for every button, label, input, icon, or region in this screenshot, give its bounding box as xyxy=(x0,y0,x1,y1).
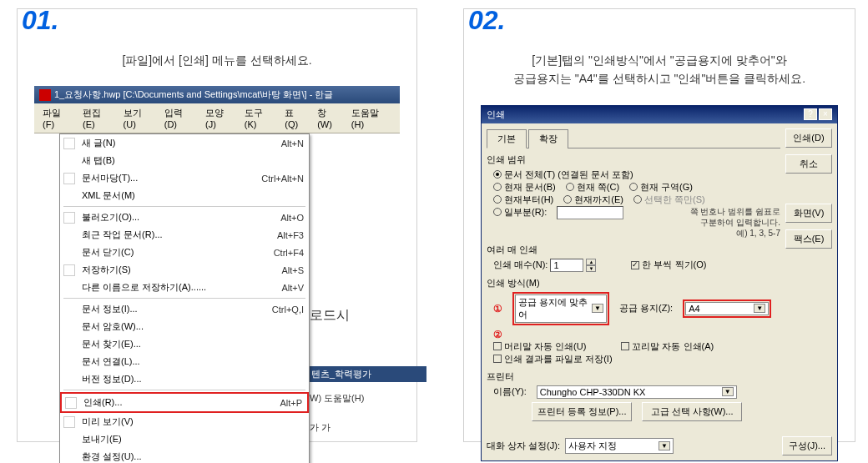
printer-group: 프린터 이름(Y): Chungho CHP-330DN KX▼ 프린터 등록 … xyxy=(487,370,780,421)
menu-input[interactable]: 입력(D) xyxy=(159,105,200,131)
printer-name-select[interactable]: Chungho CHP-330DN KX▼ xyxy=(537,385,737,399)
menu-help[interactable]: 도움말(H) xyxy=(346,105,396,131)
copies-field: 인쇄 매수(N): ▲▼ xyxy=(493,259,596,272)
printer-adv-button[interactable]: 고급 선택 사항(W)... xyxy=(642,402,742,421)
fit-paper-select[interactable]: 공급 용지에 맞추어▼ xyxy=(515,294,607,323)
hwp-app-icon xyxy=(39,89,51,101)
hwp-menubar[interactable]: 파일(F) 편집(E) 보기(U) 입력(D) 모양(J) 도구(K) 표(Q)… xyxy=(34,103,400,133)
config-button[interactable]: 구성(J)... xyxy=(782,436,832,455)
menu-view[interactable]: 보기(U) xyxy=(119,105,159,131)
menu-new-tab[interactable]: 새 탭(B) xyxy=(60,152,309,169)
menu-window[interactable]: 창(W) xyxy=(312,105,346,131)
spin-up-icon[interactable]: ▲ xyxy=(586,259,596,265)
copies-title: 여러 매 인쇄 xyxy=(487,244,780,256)
copies-input[interactable] xyxy=(550,259,583,272)
print-button[interactable]: 인쇄(D) xyxy=(785,128,832,148)
menu-print[interactable]: 인쇄(R)...Alt+P xyxy=(60,392,309,413)
radio-icon xyxy=(493,183,502,191)
bg-text-4: 가 가 xyxy=(310,421,426,434)
menu-save[interactable]: 저장하기(S)Alt+S xyxy=(60,261,309,279)
save-icon xyxy=(63,264,75,276)
menu-save-as[interactable]: 다른 이름으로 저장하기(A)......Alt+V xyxy=(60,279,309,296)
menu-close[interactable]: 문서 닫기(C)Ctrl+F4 xyxy=(60,244,309,261)
menu-doc-crypt[interactable]: 문서 암호(W)... xyxy=(60,318,309,335)
menu-xml[interactable]: XML 문서(M) xyxy=(60,187,309,204)
dialog-titlebar: 인쇄 ? × xyxy=(482,106,837,123)
radio-icon xyxy=(493,195,502,204)
print-dialog: 인쇄 ? × 기본 확장 인쇄 범위 문서 전체(T) (연결된 문서 포함) xyxy=(481,105,838,461)
dialog-title-text: 인쇄 xyxy=(487,108,505,121)
close-button[interactable]: × xyxy=(819,108,832,120)
check-to-file[interactable]: 인쇄 결과를 파일로 저장(I) xyxy=(493,353,613,365)
menu-env[interactable]: 환경 설정(U)... xyxy=(60,448,309,463)
radio-icon xyxy=(563,195,572,204)
printer-reg-button[interactable]: 프린터 등록 정보(P)... xyxy=(532,402,632,421)
menu-file[interactable]: 파일(F) xyxy=(38,105,78,131)
step-02-number: 02. xyxy=(468,5,505,36)
menu-new-doc[interactable]: 새 글(N)Alt+N xyxy=(60,134,309,152)
radio-cur-sec[interactable]: 현재 쪽(C) xyxy=(566,181,619,194)
radio-cur-doc[interactable]: 현재 문서(B) xyxy=(493,181,556,194)
menu-doc-wizard[interactable]: 문서마당(T)...Ctrl+Alt+N xyxy=(60,169,309,187)
tab-basic[interactable]: 기본 xyxy=(487,129,527,148)
menu-doc-find[interactable]: 문서 찾기(E)... xyxy=(60,335,309,353)
chevron-down-icon: ▼ xyxy=(754,304,765,313)
menu-open[interactable]: 불러오기(O)...Alt+O xyxy=(60,209,309,226)
tab-ext[interactable]: 확장 xyxy=(528,129,568,148)
menu-sep xyxy=(63,298,305,299)
menu-preview[interactable]: 미리 보기(V) xyxy=(60,413,309,430)
checkbox-icon xyxy=(621,342,629,350)
copies-group: 여러 매 인쇄 인쇄 매수(N): ▲▼ 한 부씩 찍기(O) xyxy=(487,244,780,272)
check-ftr-auto[interactable]: 꼬리말 자동 인쇄(A) xyxy=(621,340,714,353)
radio-cur-area[interactable]: 현재 구역(G) xyxy=(629,181,693,194)
fax-button[interactable]: 팩스(E) xyxy=(785,229,832,249)
step-01-panel: 01. [파일]에서 [인쇄] 메뉴를 선택하세요. 1_요청사항.hwp [C… xyxy=(17,8,417,442)
partial-range-input[interactable] xyxy=(557,206,623,219)
step-01-instruction: [파일]에서 [인쇄] 메뉴를 선택하세요. xyxy=(34,51,400,69)
copies-label: 인쇄 매수(N): xyxy=(493,259,548,271)
tabstrip: 기본 확장 xyxy=(487,128,780,148)
check-collate[interactable]: 한 부씩 찍기(O) xyxy=(631,259,706,272)
checkbox-icon xyxy=(493,342,502,350)
menu-table[interactable]: 표(Q) xyxy=(280,105,312,131)
help-button[interactable]: ? xyxy=(804,108,817,120)
bg-text-3: W) 도움말(H) xyxy=(310,392,426,405)
menu-sep xyxy=(63,390,305,390)
dialog-set-select[interactable]: 사용자 지정▼ xyxy=(565,438,674,454)
menu-doc-info[interactable]: 문서 정보(I)...Ctrl+Q,I xyxy=(60,300,309,318)
radio-icon xyxy=(493,208,502,216)
radio-cur-to[interactable]: 현재까지(E) xyxy=(563,194,623,206)
spin-down-icon[interactable]: ▼ xyxy=(586,265,596,272)
menu-edit[interactable]: 편집(E) xyxy=(78,105,119,131)
print-method-group: 인쇄 방식(M) ① 공급 용지에 맞추어▼ 공급 용지(Z): A4▼ ② xyxy=(487,277,780,365)
menu-shape[interactable]: 모양(J) xyxy=(200,105,240,131)
step-01-number: 01. xyxy=(22,5,58,36)
background-fragments: 로드시 텐츠_학력평가 W) 도움말(H) 가 가 xyxy=(310,232,426,444)
hwp-title-text: 1_요청사항.hwp [C:\Documents and Settings\mc… xyxy=(54,88,333,101)
radio-icon xyxy=(566,183,574,191)
menu-tool[interactable]: 도구(K) xyxy=(240,105,280,131)
paper-select[interactable]: A4▼ xyxy=(685,302,769,315)
cancel-button[interactable]: 취소 xyxy=(785,154,832,174)
menu-doc-link[interactable]: 문서 연결(L)... xyxy=(60,353,309,370)
method-title: 인쇄 방식(M) xyxy=(487,277,780,289)
hwp-window: 1_요청사항.hwp [C:\Documents and Settings\mc… xyxy=(34,86,400,463)
check-hdr-auto[interactable]: 머리말 자동 인쇄(U) xyxy=(493,340,586,353)
screen-button[interactable]: 화면(V) xyxy=(785,204,832,223)
range-title: 인쇄 범위 xyxy=(487,153,780,166)
menu-ver-info[interactable]: 버전 정보(D)... xyxy=(60,370,309,388)
fit-paper-highlight: 공급 용지에 맞추어▼ xyxy=(512,292,609,325)
preview-icon xyxy=(63,416,75,428)
menu-recent[interactable]: 최근 작업 문서(R)...Alt+F3 xyxy=(60,226,309,244)
checkbox-icon xyxy=(493,355,502,363)
radio-all[interactable]: 문서 전체(T) (연결된 문서 포함) xyxy=(493,169,633,181)
copies-spinner[interactable]: ▲▼ xyxy=(586,259,596,272)
radio-cur-from[interactable]: 현재부터(H) xyxy=(493,194,553,206)
printer-title: 프린터 xyxy=(487,370,780,383)
dialog-footer: 대화 상자 설정(J): 사용자 지정▼ 구성(J)... xyxy=(482,431,837,460)
menu-send[interactable]: 보내기(E) xyxy=(60,430,309,448)
open-icon xyxy=(63,212,75,224)
radio-partial[interactable]: 일부분(R): xyxy=(493,206,547,219)
hwp-titlebar: 1_요청사항.hwp [C:\Documents and Settings\mc… xyxy=(34,86,400,103)
range-hint: 쪽 번호나 범위를 쉼표로 구분하여 입력합니다. 예) 1, 3, 5-7 xyxy=(690,206,780,239)
